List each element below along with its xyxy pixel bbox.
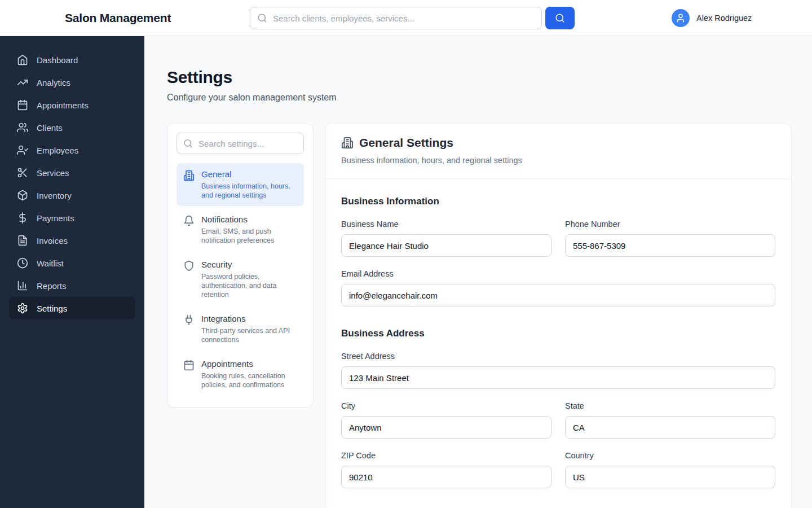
settings-nav-list: General Business information, hours, and… [176, 163, 304, 396]
settings-nav-item-integrations[interactable]: Integrations Third-party services and AP… [176, 308, 304, 351]
business-name-field-group: Business Name [341, 220, 551, 257]
clock-icon [17, 257, 28, 269]
settings-nav-item-description: Booking rules, cancellation policies, an… [201, 371, 297, 389]
sidebar-item-employees[interactable]: Employees [0, 139, 144, 161]
global-search-input[interactable] [250, 7, 542, 29]
city-field-group: City [341, 401, 551, 439]
sidebar-item-label: Appointments [37, 100, 89, 110]
settings-search-input[interactable] [176, 133, 304, 154]
building-icon [183, 170, 195, 200]
settings-nav-item-title: Notifications [201, 214, 297, 224]
street-address-input[interactable] [341, 366, 775, 389]
settings-nav-item-description: Password policies, authentication, and d… [201, 272, 297, 299]
street-address-field-group: Street Address [341, 352, 775, 389]
global-search-form [250, 7, 575, 29]
email-address-input[interactable] [341, 284, 775, 306]
user-menu[interactable]: Alex Rodriguez [672, 9, 752, 27]
street-address-label: Street Address [341, 352, 775, 361]
main-sidebar: Dashboard Analytics Appointments Clients… [0, 36, 144, 508]
phone-number-input[interactable] [565, 234, 775, 257]
section-business-information: Business Information [341, 196, 775, 207]
sidebar-item-label: Settings [37, 304, 67, 313]
file-text-icon [17, 235, 28, 246]
settings-nav-item-description: Email, SMS, and push notification prefer… [201, 227, 297, 245]
sidebar-item-reports[interactable]: Reports [0, 274, 144, 297]
sidebar-item-label: Waitlist [37, 259, 64, 268]
email-address-label: Email Address [341, 269, 775, 278]
trending-up-icon [17, 77, 28, 88]
settings-nav-item-appointments[interactable]: Appointments Booking rules, cancellation… [176, 353, 304, 396]
state-input[interactable] [565, 416, 775, 439]
settings-nav-item-title: Appointments [201, 359, 297, 369]
sidebar-item-label: Inventory [37, 191, 72, 200]
page-subtitle: Configure your salon management system [167, 93, 792, 103]
state-field-group: State [565, 401, 775, 439]
sidebar-item-payments[interactable]: Payments [0, 207, 144, 229]
search-icon [555, 13, 565, 23]
gear-icon [17, 303, 28, 314]
panel-title: General Settings [359, 136, 453, 150]
sidebar-item-label: Employees [37, 146, 78, 155]
settings-nav-item-notifications[interactable]: Notifications Email, SMS, and push notif… [176, 208, 304, 251]
settings-nav-item-title: General [201, 169, 297, 179]
bell-icon [183, 215, 195, 245]
sidebar-item-appointments[interactable]: Appointments [0, 94, 144, 116]
state-label: State [565, 401, 775, 410]
zip-code-label: ZIP Code [341, 451, 551, 460]
general-settings-panel: General Settings Business information, h… [325, 123, 792, 508]
search-icon [257, 13, 267, 23]
sidebar-item-label: Clients [37, 123, 63, 133]
settings-nav-item-security[interactable]: Security Password policies, authenticati… [176, 253, 304, 305]
sidebar-item-settings[interactable]: Settings [9, 297, 135, 319]
sidebar-item-label: Invoices [37, 236, 68, 246]
sidebar-item-services[interactable]: Services [0, 161, 144, 184]
panel-header: General Settings Business information, h… [325, 124, 791, 179]
search-submit-button[interactable] [545, 7, 575, 29]
users-icon [17, 122, 28, 133]
zip-code-field-group: ZIP Code [341, 451, 551, 488]
settings-nav-item-general[interactable]: General Business information, hours, and… [176, 163, 304, 206]
zip-code-input[interactable] [341, 466, 551, 488]
panel-body: Business Information Business Name Phone… [325, 179, 791, 508]
app-title: Salon Management [65, 11, 171, 25]
home-icon [17, 54, 28, 65]
settings-nav-item-description: Third-party services and API connections [201, 326, 297, 344]
country-input[interactable] [565, 466, 775, 488]
building-icon [341, 137, 354, 149]
settings-nav-card: General Business information, hours, and… [167, 123, 314, 408]
sidebar-item-invoices[interactable]: Invoices [0, 229, 144, 252]
phone-number-label: Phone Number [565, 220, 775, 229]
top-bar: Salon Management Alex Rodriguez [0, 0, 812, 36]
scissors-icon [17, 167, 28, 178]
business-name-label: Business Name [341, 220, 551, 229]
city-label: City [341, 401, 551, 410]
bar-chart-icon [17, 280, 28, 291]
plug-icon [183, 314, 195, 344]
sidebar-item-label: Dashboard [37, 55, 78, 65]
sidebar-item-clients[interactable]: Clients [0, 116, 144, 139]
user-check-icon [17, 144, 28, 156]
user-name: Alex Rodriguez [696, 14, 752, 23]
email-address-field-group: Email Address [341, 269, 775, 306]
settings-nav-item-title: Integrations [201, 314, 297, 323]
sidebar-item-dashboard[interactable]: Dashboard [0, 49, 144, 71]
sidebar-item-analytics[interactable]: Analytics [0, 71, 144, 94]
phone-number-field-group: Phone Number [565, 220, 775, 257]
sidebar-item-label: Services [37, 168, 69, 178]
calendar-icon [183, 360, 195, 389]
main-content: Settings Configure your salon management… [144, 36, 812, 508]
search-icon [183, 139, 193, 148]
settings-nav-item-description: Business information, hours, and regiona… [201, 182, 297, 200]
sidebar-item-waitlist[interactable]: Waitlist [0, 252, 144, 274]
sidebar-item-inventory[interactable]: Inventory [0, 184, 144, 207]
city-input[interactable] [341, 416, 551, 439]
country-label: Country [565, 451, 775, 460]
sidebar-item-label: Reports [37, 281, 67, 291]
user-icon [676, 13, 686, 23]
business-name-input[interactable] [341, 234, 551, 257]
page-title: Settings [167, 68, 792, 87]
settings-nav-item-title: Security [201, 260, 297, 269]
country-field-group: Country [565, 451, 775, 488]
dollar-icon [17, 212, 28, 224]
sidebar-item-label: Analytics [37, 78, 70, 87]
